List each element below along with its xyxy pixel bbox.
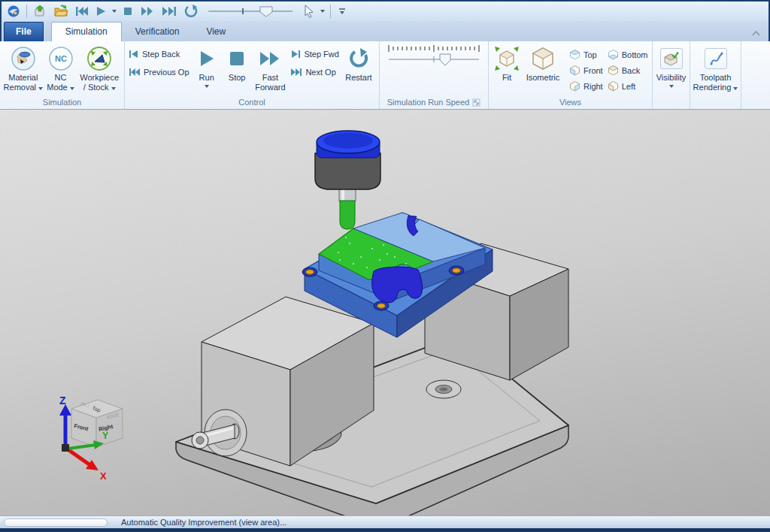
status-message: Automatic Quality Improvement (view area… [121,518,286,527]
base-boss-hole [426,380,461,398]
window-bottom-edge [0,528,770,532]
tool-cutter [340,201,355,229]
quick-access-toolbar [2,2,768,21]
next-op-icon [290,68,302,77]
skip-to-end-icon[interactable] [161,3,177,20]
fit-view-icon [493,45,520,72]
ribbon-group-control: Step Back Previous Op Run [125,41,380,109]
run-speed-thumb[interactable] [440,54,450,65]
fit-view-button[interactable]: Fit [491,44,523,83]
step-back-icon [129,50,139,59]
view-front-button[interactable]: Front [568,62,605,78]
previous-op-icon [129,68,141,77]
ribbon-spacer [741,41,770,109]
play-dropdown-caret[interactable] [112,10,117,13]
window-chrome: File Simulation Verification View [0,0,770,41]
open-nc-file-icon[interactable] [53,3,69,20]
ribbon-group-simulation: Material Removal NC NC Mode Workpiece / … [0,41,125,109]
skip-to-start-icon[interactable] [74,3,89,20]
tab-simulation[interactable]: Simulation [51,22,122,41]
orientation-triad[interactable]: Top Front Right Back Left Z X Y [59,394,123,482]
visibility-icon [660,48,683,69]
playback-speed-slider[interactable] [205,3,296,20]
view-right-button[interactable]: Right [568,78,605,94]
next-op-button[interactable]: Next Op [289,67,340,77]
group-label-empty [690,106,741,109]
run-icon [199,45,215,72]
collapse-ribbon-icon[interactable] [751,26,761,40]
ribbon-tab-row: File Simulation Verification View [2,21,768,41]
group-label-run-speed: Simulation Run Speed [380,97,488,109]
customize-toolbar-icon[interactable] [336,3,348,20]
cutting-tool [315,131,380,229]
cube-icon [569,80,581,92]
fast-forward-icon[interactable] [139,3,156,20]
stop-icon [229,45,244,72]
dropdown-caret [70,87,74,90]
dropdown-caret [111,87,116,90]
cube-icon [569,65,581,76]
group-label-control: Control [125,97,379,109]
application-window: File Simulation Verification View Materi… [0,0,770,532]
tab-view[interactable]: View [192,23,239,41]
view-back-button[interactable]: Back [606,62,650,78]
nc-mode-button[interactable]: NC NC Mode [44,44,77,92]
material-removal-button[interactable]: Material Removal [2,44,44,92]
svg-text:NC: NC [55,54,67,63]
ribbon-group-run-speed: Simulation Run Speed [380,41,489,109]
toolbar-separator [26,5,27,18]
material-removal-label1: Material [8,73,38,83]
view-left-button[interactable]: Left [606,78,650,94]
toolpath-rendering-button[interactable]: Toolpath Rendering [693,44,738,92]
restart-icon [348,45,369,72]
cursor-dropdown-caret[interactable] [320,10,325,13]
group-label-empty [653,106,690,109]
ribbon-group-views: Fit Isometric Top Front [489,41,653,109]
group-label-simulation: Simulation [0,97,124,109]
isometric-view-button[interactable]: Isometric [523,44,563,83]
workpiece-stock-button[interactable]: Workpiece / Stock [77,44,122,92]
status-bar: Automatic Quality Improvement (view area… [0,515,770,528]
viewport: Top Front Right Back Left Z X Y [0,110,770,515]
group-label-views: Views [489,97,652,109]
visibility-button[interactable]: Visibility [655,44,687,88]
run-button[interactable]: Run [191,44,223,88]
ribbon: Material Removal NC NC Mode Workpiece / … [0,41,770,110]
nc-mode-icon: NC [48,45,74,72]
run-speed-slider[interactable] [384,44,484,67]
stop-icon[interactable] [122,3,134,20]
material-removal-label2: Removal [4,83,43,92]
axis-y-label: Y [102,431,108,441]
cube-icon [569,49,581,60]
view-top-button[interactable]: Top [568,47,605,62]
nc-mode-label1: NC [55,73,67,83]
run-speed-dialog-launcher[interactable] [472,98,480,107]
app-logo-icon[interactable] [6,3,21,20]
tab-file[interactable]: File [4,22,44,41]
select-cursor-icon[interactable] [302,3,315,20]
step-back-button[interactable]: Step Back [127,49,191,59]
workpiece-stock-icon [86,45,112,72]
ribbon-group-visibility: Visibility [653,41,690,109]
isometric-view-icon [530,45,556,72]
screenshot-icon[interactable] [32,3,47,20]
view-bottom-button[interactable]: Bottom [606,47,650,62]
previous-op-button[interactable]: Previous Op [127,67,191,77]
fast-forward-icon [259,45,281,72]
play-icon[interactable] [95,3,107,20]
cube-icon [608,65,619,76]
stop-button[interactable]: Stop [223,44,252,83]
dropdown-caret [38,87,43,90]
toolpath-dropdown-caret [733,87,738,90]
viewport-canvas[interactable]: Top Front Right Back Left Z X Y [0,110,770,515]
axis-z-label: Z [59,394,66,407]
tab-verification[interactable]: Verification [122,23,193,41]
restart-button[interactable]: Restart [341,44,377,83]
step-fwd-button[interactable]: Step Fwd [289,49,340,59]
toolpath-label2: Rendering [693,83,738,92]
nc-mode-label2: Mode [47,83,74,92]
run-dropdown-caret [205,85,209,88]
axis-x-label: X [100,470,107,482]
fast-forward-button[interactable]: Fast Forward [251,44,289,92]
restart-icon[interactable] [183,3,199,20]
